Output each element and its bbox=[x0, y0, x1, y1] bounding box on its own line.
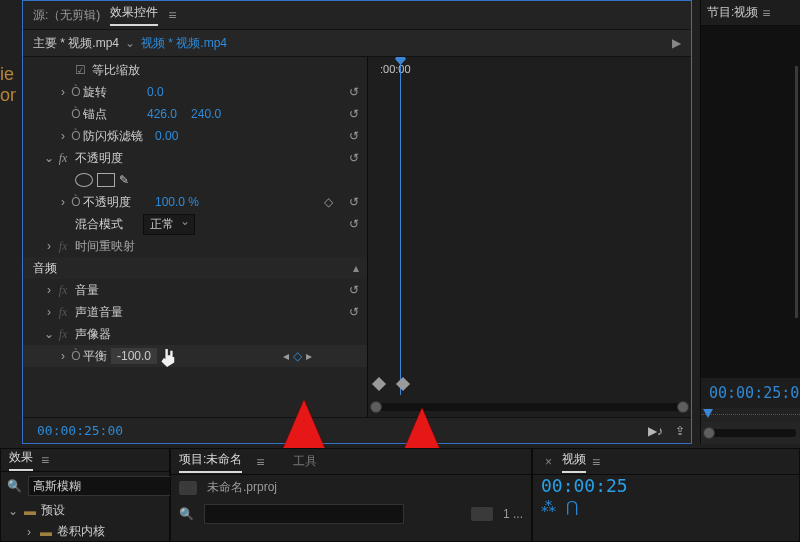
panel-menu-icon[interactable]: ≡ bbox=[762, 5, 770, 21]
fx-disabled-icon[interactable]: fx bbox=[55, 305, 71, 320]
convolution-folder[interactable]: › ▬ 卷积内核 bbox=[1, 521, 169, 542]
opacity-value[interactable]: 100.0 % bbox=[155, 195, 199, 209]
fx-icon[interactable]: fx bbox=[55, 151, 71, 166]
tab-sequence[interactable]: 视频 bbox=[562, 451, 586, 473]
reset-icon[interactable]: ↺ bbox=[349, 129, 359, 143]
fx-disabled-icon[interactable]: fx bbox=[55, 239, 71, 254]
twirl-icon[interactable]: › bbox=[57, 85, 69, 99]
master-clip-label[interactable]: 主要 * 视频.mp4 bbox=[33, 35, 119, 52]
fx-disabled-icon[interactable]: fx bbox=[55, 327, 71, 342]
close-tab-icon[interactable]: × bbox=[541, 455, 556, 469]
fx-disabled-icon[interactable]: fx bbox=[55, 283, 71, 298]
blend-dropdown[interactable]: 正常 bbox=[143, 214, 195, 235]
balance-value[interactable]: -100.0 bbox=[117, 349, 151, 363]
stopwatch-icon[interactable]: Ò bbox=[69, 129, 83, 143]
checkbox-icon[interactable]: ☑ bbox=[75, 63, 86, 77]
twirl-icon[interactable]: › bbox=[57, 129, 69, 143]
twirl-open-icon[interactable]: ⌄ bbox=[43, 327, 55, 341]
scrollbar[interactable] bbox=[795, 66, 798, 318]
twirl-icon[interactable]: › bbox=[43, 305, 55, 319]
loop-play-icon[interactable]: ▶♪ bbox=[648, 424, 663, 438]
zoom-handle-left[interactable] bbox=[370, 401, 382, 413]
keyframe-toggle-icon[interactable]: ◇ bbox=[324, 195, 333, 209]
twirl-icon[interactable]: › bbox=[57, 195, 69, 209]
tab-source[interactable]: 源:（无剪辑) bbox=[33, 7, 100, 24]
project-search-input[interactable] bbox=[204, 504, 404, 524]
reset-icon[interactable]: ↺ bbox=[349, 305, 359, 319]
cropped-text: ieor bbox=[0, 64, 16, 106]
tab-effect-controls[interactable]: 效果控件 bbox=[110, 4, 158, 26]
stopwatch-icon[interactable]: Ò bbox=[69, 85, 83, 99]
twirl-icon[interactable]: › bbox=[23, 525, 35, 539]
current-timecode[interactable]: 00:00:25:00 bbox=[29, 419, 131, 442]
keyframe-navigator[interactable]: ◂ ◇ ▸ bbox=[283, 349, 312, 363]
panel-menu-icon[interactable]: ≡ bbox=[592, 454, 600, 470]
blend-row: 混合模式 正常 ↺ bbox=[23, 213, 367, 235]
play-only-icon[interactable]: ▶ bbox=[672, 36, 681, 50]
zoom-handle-right[interactable] bbox=[677, 401, 689, 413]
program-tab[interactable]: 节目:视频 ≡ bbox=[701, 0, 800, 26]
twirl-icon[interactable]: › bbox=[43, 283, 55, 297]
panel-menu-icon[interactable]: ≡ bbox=[41, 452, 49, 468]
stopwatch-icon[interactable]: Ò bbox=[69, 107, 83, 121]
twirl-open-icon[interactable]: ⌄ bbox=[7, 504, 19, 518]
time-remap-row[interactable]: › fx 时间重映射 bbox=[23, 235, 367, 257]
anchor-y[interactable]: 240.0 bbox=[191, 107, 221, 121]
antiflicker-value[interactable]: 0.00 bbox=[155, 129, 178, 143]
channel-volume-row[interactable]: › fx 声道音量 ↺ bbox=[23, 301, 367, 323]
reset-icon[interactable]: ↺ bbox=[349, 217, 359, 231]
twirl-open-icon[interactable]: ⌄ bbox=[43, 151, 55, 165]
antiflicker-label: 防闪烁滤镜 bbox=[83, 128, 143, 145]
playhead[interactable] bbox=[400, 57, 401, 395]
add-keyframe-icon[interactable]: ◇ bbox=[293, 349, 302, 363]
stopwatch-icon[interactable]: Ò bbox=[69, 195, 83, 209]
reset-icon[interactable]: ↺ bbox=[349, 107, 359, 121]
program-scrubber[interactable] bbox=[701, 408, 800, 422]
tab-effects[interactable]: 效果 bbox=[9, 449, 33, 471]
audio-section-header[interactable]: 音频 ▴ bbox=[23, 257, 367, 279]
keyframe-marker[interactable] bbox=[396, 377, 410, 391]
pen-mask-icon[interactable]: ✎ bbox=[119, 173, 129, 187]
presets-folder[interactable]: ⌄ ▬ 预设 bbox=[1, 500, 169, 521]
collapse-icon[interactable]: ▴ bbox=[353, 261, 367, 275]
reset-icon[interactable]: ↺ bbox=[349, 85, 359, 99]
reset-icon[interactable]: ↺ bbox=[349, 283, 359, 297]
rect-mask-icon[interactable] bbox=[97, 173, 115, 187]
reset-icon[interactable]: ↺ bbox=[349, 195, 359, 209]
convolution-label: 卷积内核 bbox=[57, 523, 105, 540]
program-playhead[interactable] bbox=[703, 409, 713, 418]
tab-project[interactable]: 项目:未命名 bbox=[179, 451, 242, 473]
caret-down-icon[interactable]: ⌄ bbox=[125, 36, 135, 50]
keyframe-marker[interactable] bbox=[372, 377, 386, 391]
prev-keyframe-icon[interactable]: ◂ bbox=[283, 349, 289, 363]
balance-row: › Ò 平衡 -100.0 ◂ ◇ ▸ ↺ bbox=[23, 345, 367, 367]
export-frame-icon[interactable]: ⇪ bbox=[675, 424, 685, 438]
snap-icon[interactable]: ⁂ bbox=[541, 498, 556, 516]
volume-row[interactable]: › fx 音量 ↺ bbox=[23, 279, 367, 301]
stopwatch-icon[interactable]: Ò bbox=[69, 349, 83, 363]
ellipse-mask-icon[interactable] bbox=[75, 173, 93, 187]
reset-icon[interactable]: ↺ bbox=[349, 151, 359, 165]
cursor-icon bbox=[159, 349, 175, 367]
zoom-handle-left[interactable] bbox=[703, 427, 715, 439]
tab-tools[interactable]: 工具 bbox=[293, 453, 317, 470]
sequence-timecode[interactable]: 00:00:25 bbox=[533, 475, 799, 496]
panel-menu-icon[interactable]: ≡ bbox=[256, 454, 264, 470]
program-timecode[interactable]: 00:00:25:0 bbox=[701, 378, 800, 408]
sequence-clip-label[interactable]: 视频 * 视频.mp4 bbox=[141, 35, 227, 52]
effects-search-input[interactable] bbox=[28, 476, 188, 496]
program-zoom-bar[interactable] bbox=[701, 422, 800, 444]
magnet-icon[interactable]: ⋂ bbox=[566, 498, 578, 516]
opacity-group-row[interactable]: ⌄ fx 不透明度 ↺ bbox=[23, 147, 367, 169]
twirl-icon[interactable]: › bbox=[43, 239, 55, 253]
effect-timeline[interactable]: :00:00 bbox=[368, 57, 691, 417]
program-viewer[interactable] bbox=[701, 26, 800, 378]
rotation-value[interactable]: 0.0 bbox=[147, 85, 164, 99]
next-keyframe-icon[interactable]: ▸ bbox=[306, 349, 312, 363]
twirl-icon[interactable]: › bbox=[57, 349, 69, 363]
panel-menu-icon[interactable]: ≡ bbox=[168, 7, 176, 23]
panner-row[interactable]: ⌄ fx 声像器 bbox=[23, 323, 367, 345]
anchor-x[interactable]: 426.0 bbox=[147, 107, 177, 121]
new-bin-icon[interactable] bbox=[471, 507, 493, 521]
effects-search-row: 🔍 × bbox=[1, 472, 169, 500]
